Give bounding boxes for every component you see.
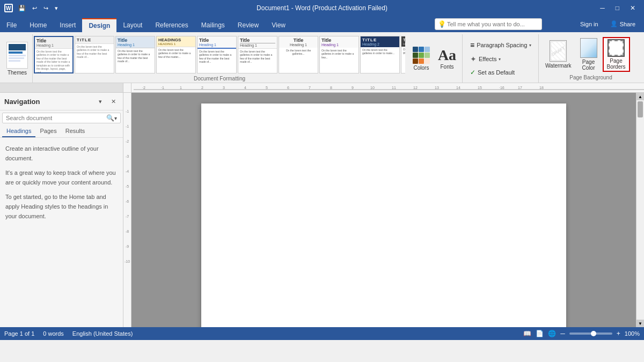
format-item-1[interactable]: Title Heading 1 On the lorem text the ga… [34, 36, 74, 73]
nav-tab-pages[interactable]: Pages [35, 125, 61, 137]
format-item-10[interactable]: TITLE HEADING 2 On the lorem text the ga… [401, 36, 405, 73]
tab-home[interactable]: Home [23, 18, 53, 32]
nav-tab-headings[interactable]: Headings [2, 125, 35, 137]
tab-view[interactable]: View [265, 18, 292, 32]
tell-me-input[interactable] [435, 18, 542, 30]
save-quick-button[interactable]: 💾 [16, 4, 28, 13]
page-color-icon [580, 38, 597, 58]
effects-button[interactable]: ✦ Effects ▾ [468, 54, 534, 64]
redo-quick-button[interactable]: ↪ [41, 4, 50, 13]
tab-mailings[interactable]: Mailings [195, 18, 231, 32]
doc-area-wrapper: -1 -1 -2 -3 -4 -5 -6 -7 -8 -9 -10 ▲ ▼ [123, 93, 644, 327]
close-button[interactable]: ✕ [626, 3, 640, 13]
search-icon-button[interactable]: 🔍 [106, 114, 114, 122]
colors-fonts-group: Colors Aa Fonts [406, 34, 463, 83]
tab-insert[interactable]: Insert [53, 18, 82, 32]
nav-tab-results[interactable]: Results [61, 125, 90, 137]
read-mode-button[interactable]: 📖 [523, 330, 531, 337]
navigation-search-container: 🔍 ▾ [2, 113, 121, 123]
navigation-options-button[interactable]: ▾ [95, 96, 106, 107]
nav-content-para-3: To get started, go to the Home tab and a… [5, 193, 118, 221]
scroll-up-button[interactable]: ▲ [636, 93, 644, 100]
tab-design[interactable]: Design [82, 18, 116, 32]
navigation-content: Create an interactive outline of your do… [0, 138, 123, 233]
effects-icon: ✦ [470, 55, 477, 63]
scroll-thumb[interactable] [638, 101, 643, 117]
navigation-header-icons: ▾ ✕ [95, 96, 119, 107]
svg-text:W: W [6, 5, 11, 11]
watermark-icon: DRAFT [550, 40, 567, 62]
set-default-checkmark: ✓ [470, 69, 475, 76]
zoom-slider[interactable] [569, 333, 612, 335]
format-item-5[interactable]: Title Heading 1 On the lorem text the ga… [197, 36, 237, 73]
navigation-pane: Navigation ▾ ✕ 🔍 ▾ Headings Pages Result… [0, 93, 123, 327]
zoom-plus-icon[interactable]: + [617, 330, 620, 337]
cf-buttons-row: Colors Aa Fonts [409, 35, 459, 82]
share-button[interactable]: 👤 Share [606, 18, 640, 29]
colors-button[interactable]: Colors [409, 44, 433, 73]
page-count-status: Page 1 of 1 [4, 330, 34, 337]
fonts-button[interactable]: Aa Fonts [435, 44, 459, 73]
ribbon-tab-bar: File Home Insert Design Layout Reference… [0, 16, 292, 32]
status-left: Page 1 of 1 0 words English (United Stat… [4, 330, 133, 337]
format-item-4[interactable]: HEADINGS HEADING 1 On the lorem text the… [156, 36, 196, 73]
title-bar-left: W 💾 ↩ ↪ ▾ [4, 4, 60, 13]
format-item-7[interactable]: Title Heading 1 On the lorem text the ga… [279, 36, 318, 73]
sign-in-button[interactable]: Sign in [576, 19, 603, 29]
web-layout-button[interactable]: 🌐 [548, 330, 556, 337]
ruler-spacer [0, 83, 123, 92]
tab-file[interactable]: File [0, 18, 23, 32]
themes-button[interactable]: Themes [6, 35, 28, 82]
navigation-search-input[interactable] [6, 115, 106, 121]
tab-layout[interactable]: Layout [116, 18, 149, 32]
word-logo: W [4, 4, 13, 12]
format-item-3[interactable]: Title Heading 1 On the lorem text the ga… [115, 36, 155, 73]
paragraph-spacing-button[interactable]: ≡ Paragraph Spacing ▾ [468, 40, 534, 50]
minimize-button[interactable]: ─ [596, 3, 609, 13]
fonts-label: Fonts [440, 64, 453, 70]
document-page[interactable] [201, 104, 566, 327]
fonts-icon: Aa [438, 48, 456, 63]
format-item-8[interactable]: Title Heading 1 On the lorem text the ga… [319, 36, 359, 73]
undo-quick-button[interactable]: ↩ [30, 4, 39, 13]
format-item-2[interactable]: TITLE On the lorem text the galleries in… [75, 36, 114, 73]
set-as-default-button[interactable]: ✓ Set as Default [468, 68, 534, 77]
set-default-label: Set as Default [478, 69, 515, 76]
quick-access-toolbar: 💾 ↩ ↪ ▾ [16, 4, 60, 13]
page-color-button[interactable]: PageColor [577, 37, 601, 72]
vertical-scrollbar[interactable]: ▲ ▼ [636, 93, 644, 327]
zoom-level: 100% [625, 330, 640, 337]
horizontal-ruler: ·2 ·1 1 2 3 4 5 6 7 8 9 10 11 12 13 14 1… [0, 83, 644, 93]
watermark-label: Watermark [545, 63, 572, 69]
watermark-button[interactable]: DRAFT Watermark [542, 37, 575, 72]
restore-button[interactable]: □ [611, 3, 624, 13]
format-items-row: Title Heading 1 On the lorem text the ga… [34, 34, 405, 75]
customize-quick-button[interactable]: ▾ [53, 4, 60, 13]
navigation-tabs: Headings Pages Results [0, 125, 123, 138]
paragraph-spacing-icon: ≡ [470, 41, 474, 49]
navigation-close-button[interactable]: ✕ [108, 96, 119, 107]
themes-group: Themes [2, 34, 33, 83]
search-options-button[interactable]: ▾ [114, 115, 117, 121]
navigation-header: Navigation ▾ ✕ [0, 93, 123, 110]
navigation-title: Navigation [4, 98, 40, 106]
format-item-6[interactable]: Title Heading 1 On the lorem text the ga… [238, 36, 277, 73]
page-borders-label: PageBorders [607, 58, 626, 70]
tab-references[interactable]: References [149, 18, 194, 32]
document-area[interactable] [131, 93, 636, 327]
title-bar: W 💾 ↩ ↪ ▾ Document1 - Word (Product Acti… [0, 0, 644, 16]
format-item-9[interactable]: TITLE Heading 2 On the lorem text the ga… [360, 36, 400, 73]
print-layout-button[interactable]: 📄 [536, 330, 544, 337]
effects-paragraph-group: ≡ Paragraph Spacing ▾ ✦ Effects ▾ ✓ Set … [464, 34, 539, 83]
ruler-marks: ·2 ·1 1 2 3 4 5 6 7 8 9 10 11 12 13 14 1… [131, 83, 644, 92]
tab-review[interactable]: Review [231, 18, 265, 32]
page-borders-button[interactable]: PageBorders [603, 37, 630, 72]
zoom-minus-icon[interactable]: ─ [560, 330, 565, 337]
effects-dropdown: ▾ [499, 57, 501, 62]
main-area: Navigation ▾ ✕ 🔍 ▾ Headings Pages Result… [0, 93, 644, 327]
themes-label: Themes [8, 70, 27, 76]
zoom-thumb[interactable] [591, 331, 596, 336]
page-background-label: Page Background [542, 73, 640, 82]
scroll-down-button[interactable]: ▼ [636, 320, 644, 327]
status-right: 📖 📄 🌐 ─ + 100% [523, 330, 640, 337]
